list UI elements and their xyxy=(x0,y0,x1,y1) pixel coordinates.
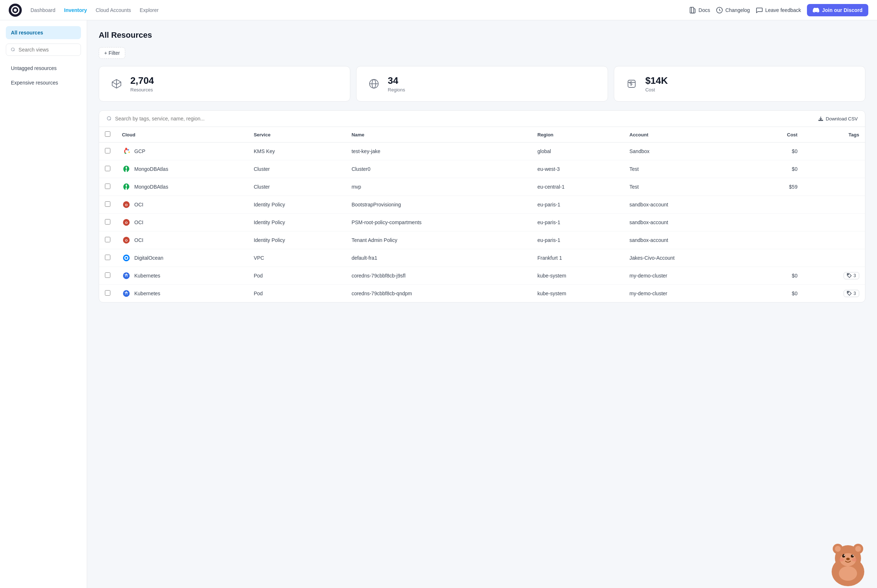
filter-bar: + Filter xyxy=(99,47,865,59)
row-checkbox[interactable] xyxy=(105,237,110,242)
row-cost xyxy=(753,214,803,231)
changelog-label: Changelog xyxy=(725,7,750,13)
row-cost xyxy=(753,249,803,267)
row-tags xyxy=(803,231,865,249)
search-views-input[interactable] xyxy=(18,47,76,52)
row-name: Tenant Admin Policy xyxy=(346,231,531,249)
docs-link[interactable]: Docs xyxy=(689,6,710,14)
table-row: DigitalOcean VPC default-fra1 Frankfurt … xyxy=(99,249,865,267)
row-tags: 3 xyxy=(803,285,865,303)
row-tags xyxy=(803,249,865,267)
row-cost: $0 xyxy=(753,160,803,178)
feedback-link[interactable]: Leave feedback xyxy=(756,6,801,14)
oci-logo: O xyxy=(122,201,130,208)
row-region: eu-paris-1 xyxy=(531,231,624,249)
svg-point-2 xyxy=(14,9,17,12)
row-checkbox-cell xyxy=(99,267,116,285)
main-content: All Resources + Filter 2,704 Resources xyxy=(87,20,877,588)
row-account: Jakes-Civo-Account xyxy=(624,249,753,267)
nav-cloud-accounts[interactable]: Cloud Accounts xyxy=(96,7,131,13)
select-all-checkbox[interactable] xyxy=(105,131,110,137)
sidebar-item-expensive[interactable]: Expensive resources xyxy=(6,76,81,89)
download-csv-button[interactable]: Download CSV xyxy=(818,116,858,122)
stat-cost-info: $14K Cost xyxy=(645,75,668,93)
table-search-input[interactable] xyxy=(115,116,814,122)
row-tags xyxy=(803,178,865,196)
cloud-cell: O OCI xyxy=(122,200,242,209)
cost-value: $14K xyxy=(645,75,668,86)
row-service: Cluster xyxy=(248,160,346,178)
col-region: Region xyxy=(531,127,624,142)
page-title: All Resources xyxy=(99,30,865,40)
row-account: Test xyxy=(624,178,753,196)
sidebar: All resources Untagged resources Expensi… xyxy=(0,20,87,588)
table-body: GCP KMS Key test-key-jake global Sandbox… xyxy=(99,142,865,303)
svg-text:O: O xyxy=(125,238,128,242)
cloud-name: Kubernetes xyxy=(134,273,161,279)
row-checkbox[interactable] xyxy=(105,148,110,153)
filter-button[interactable]: + Filter xyxy=(99,47,125,59)
row-region: eu-central-1 xyxy=(531,178,624,196)
nav-links: Dashboard Inventory Cloud Accounts Explo… xyxy=(30,7,689,13)
row-checkbox-cell xyxy=(99,231,116,249)
row-service: Pod xyxy=(248,267,346,285)
nav-inventory[interactable]: Inventory xyxy=(64,7,87,13)
row-service: Identity Policy xyxy=(248,231,346,249)
cloud-cell: GCP xyxy=(122,147,242,156)
feedback-icon xyxy=(756,6,763,14)
row-checkbox[interactable] xyxy=(105,166,110,171)
table-row: Kubernetes Pod coredns-79cbbf8cb-qndpm k… xyxy=(99,285,865,303)
row-checkbox[interactable] xyxy=(105,290,110,296)
row-checkbox[interactable] xyxy=(105,255,110,260)
col-service: Service xyxy=(248,127,346,142)
cost-icon xyxy=(624,76,639,91)
row-cost xyxy=(753,231,803,249)
row-cost xyxy=(753,196,803,214)
row-region: global xyxy=(531,142,624,160)
row-service: KMS Key xyxy=(248,142,346,160)
tag-badge[interactable]: 3 xyxy=(844,290,859,297)
row-checkbox[interactable] xyxy=(105,183,110,189)
regions-value: 34 xyxy=(388,75,405,86)
row-region: kube-system xyxy=(531,285,624,303)
cloud-icon-wrapper xyxy=(122,183,131,191)
row-region: eu-paris-1 xyxy=(531,196,624,214)
row-account: Test xyxy=(624,160,753,178)
col-cost: Cost xyxy=(753,127,803,142)
col-tags: Tags xyxy=(803,127,865,142)
cloud-icon-wrapper xyxy=(122,147,131,156)
row-name: default-fra1 xyxy=(346,249,531,267)
table-row: GCP KMS Key test-key-jake global Sandbox… xyxy=(99,142,865,160)
row-checkbox[interactable] xyxy=(105,272,110,278)
cloud-icon-wrapper: O xyxy=(122,200,131,209)
row-name: BootstrapProvisioning xyxy=(346,196,531,214)
row-tags: 3 xyxy=(803,267,865,285)
row-service: Cluster xyxy=(248,178,346,196)
nav-dashboard[interactable]: Dashboard xyxy=(30,7,56,13)
resources-label: Resources xyxy=(130,87,154,93)
row-checkbox[interactable] xyxy=(105,219,110,225)
row-checkbox-cell xyxy=(99,178,116,196)
table-row: MongoDBAtlas Cluster Cluster0 eu-west-3 … xyxy=(99,160,865,178)
row-cloud: MongoDBAtlas xyxy=(116,160,248,178)
sidebar-item-untagged[interactable]: Untagged resources xyxy=(6,62,81,75)
download-csv-label: Download CSV xyxy=(826,116,858,122)
row-name: coredns-79cbbf8cb-j9sfl xyxy=(346,267,531,285)
changelog-link[interactable]: Changelog xyxy=(716,6,750,14)
tag-badge[interactable]: 3 xyxy=(844,272,859,279)
cloud-name: DigitalOcean xyxy=(134,255,163,261)
discord-button[interactable]: Join our Discord xyxy=(807,4,868,16)
discord-icon xyxy=(813,7,819,14)
stat-card-regions: 34 Regions xyxy=(356,66,608,102)
row-checkbox[interactable] xyxy=(105,201,110,207)
feedback-label: Leave feedback xyxy=(765,7,801,13)
nav-explorer[interactable]: Explorer xyxy=(140,7,159,13)
sidebar-item-all-resources[interactable]: All resources xyxy=(6,26,81,39)
row-region: Frankfurt 1 xyxy=(531,249,624,267)
gcp-logo xyxy=(122,147,131,156)
book-icon xyxy=(689,6,696,14)
svg-point-21 xyxy=(848,292,849,293)
table-row: O OCI Identity Policy PSM-root-policy-co… xyxy=(99,214,865,231)
app-logo[interactable] xyxy=(9,4,22,16)
svg-rect-3 xyxy=(690,7,694,13)
